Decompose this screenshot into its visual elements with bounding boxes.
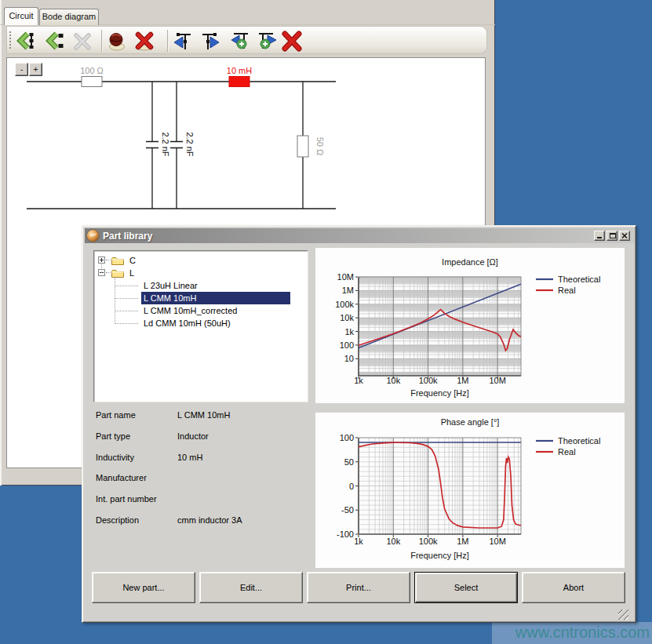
- svg-text:1k: 1k: [344, 327, 354, 337]
- add-probe-right-icon[interactable]: [257, 30, 278, 52]
- detail-value-part-name: L CMM 10mH: [177, 410, 230, 420]
- main-window-left-edge: [0, 0, 2, 486]
- svg-text:Theoretical: Theoretical: [558, 436, 600, 446]
- detail-value-part-type: Inductor: [177, 431, 209, 441]
- detail-value-description: cmm inductor 3A: [177, 515, 242, 525]
- dialog-titlebar[interactable]: Part library: [85, 228, 635, 243]
- tree-item[interactable]: L CMM 10mH_corrected: [144, 306, 237, 315]
- tree-connector: [101, 264, 102, 273]
- svg-text:10M: 10M: [489, 537, 505, 546]
- assign-part-left-icon[interactable]: [46, 30, 66, 52]
- svg-text:0: 0: [349, 482, 354, 491]
- inductor-10mh-label: 10 mH: [227, 66, 252, 75]
- part-library-dialog: Part library C L L 23uH Linear L CMM 10m…: [82, 225, 636, 623]
- svg-text:10M: 10M: [489, 376, 505, 385]
- svg-text:Real: Real: [558, 447, 576, 457]
- close-button[interactable]: [619, 231, 630, 241]
- svg-text:Frequency [Hz]: Frequency [Hz]: [410, 388, 469, 398]
- probe-left-icon[interactable]: [172, 30, 192, 52]
- add-probe-left-icon[interactable]: [229, 30, 250, 52]
- svg-text:10k: 10k: [340, 313, 354, 322]
- delete-core-part-icon[interactable]: [134, 30, 155, 52]
- toolbar-separator-2: [167, 30, 168, 52]
- delete-part-icon[interactable]: [282, 30, 302, 52]
- svg-text:1M: 1M: [342, 286, 354, 295]
- svg-text:10k: 10k: [386, 376, 400, 385]
- cap1-label: 2.2 nF: [161, 132, 170, 156]
- tab-circuit[interactable]: Circuit: [4, 7, 38, 25]
- svg-text:100: 100: [340, 433, 354, 442]
- maximize-button[interactable]: [606, 231, 617, 241]
- tree-item[interactable]: L 23uH Linear: [144, 281, 198, 290]
- minimize-button[interactable]: [594, 231, 605, 241]
- edit-button[interactable]: Edit...: [199, 572, 303, 603]
- tree-connector: [115, 311, 138, 311]
- part-tree: C L L 23uH Linear L CMM 10mH L CMM 10mH_…: [93, 250, 308, 402]
- svg-text:100k: 100k: [419, 537, 438, 546]
- svg-text:1k: 1k: [354, 537, 363, 546]
- svg-text:Impedance [Ω]: Impedance [Ω]: [442, 257, 498, 267]
- svg-text:1M: 1M: [457, 376, 468, 385]
- tree-item[interactable]: Ld CMM 10mH (50uH): [144, 318, 231, 328]
- tree-connector: [115, 323, 138, 324]
- disabled-cross-icon[interactable]: [72, 30, 93, 52]
- tab-bode-diagram[interactable]: Bode diagram: [39, 9, 99, 25]
- tree-expand-c[interactable]: [98, 257, 105, 264]
- svg-text:-100: -100: [337, 529, 354, 539]
- resistor-100ohm[interactable]: [82, 77, 102, 87]
- detail-label-description: Description: [96, 515, 139, 525]
- svg-text:10: 10: [344, 354, 354, 363]
- dialog-title: Part library: [103, 231, 152, 242]
- resistor-50ohm-label: 50 Ω: [315, 137, 325, 156]
- toolbar-separator-1: [101, 30, 102, 52]
- detail-label-part-name: Part name: [96, 410, 136, 420]
- print-button[interactable]: Print...: [307, 572, 410, 603]
- resize-grip[interactable]: [618, 609, 628, 620]
- svg-text:-50: -50: [341, 505, 354, 515]
- tree-connector: [115, 286, 138, 286]
- watermark-text: www.cntronics.com: [492, 622, 652, 644]
- svg-text:10k: 10k: [386, 537, 400, 546]
- svg-text:50: 50: [344, 457, 354, 467]
- svg-text:1k: 1k: [354, 376, 363, 385]
- tree-item-c[interactable]: C: [129, 256, 136, 265]
- core-part-icon[interactable]: [107, 30, 127, 52]
- select-button[interactable]: Select: [414, 572, 518, 603]
- svg-text:100k: 100k: [419, 376, 438, 385]
- svg-text:100k: 100k: [335, 300, 354, 309]
- detail-label-part-type: Part type: [96, 431, 130, 441]
- detail-label-manufacturer: Manufacturer: [96, 473, 147, 482]
- watermark-band: www.cntronics.com: [492, 622, 652, 644]
- detail-label-int-part-number: Int. part number: [96, 494, 157, 504]
- svg-text:100: 100: [340, 340, 354, 350]
- tree-item-l[interactable]: L: [129, 268, 134, 278]
- toolbar: [6, 26, 487, 54]
- phase-chart: 100500-50-1001k10k100k1M10MTheoreticalRe…: [315, 413, 625, 568]
- folder-icon-l: [111, 267, 125, 282]
- detail-label-inductivity: Inductivity: [96, 453, 134, 462]
- new-part-button[interactable]: New part...: [92, 572, 195, 603]
- tree-item-selected[interactable]: L CMM 10mH: [141, 292, 290, 304]
- detail-value-inductivity: 10 mH: [177, 453, 202, 462]
- probe-right-icon[interactable]: [201, 30, 221, 52]
- svg-text:1M: 1M: [457, 537, 468, 546]
- resistor-50ohm[interactable]: [297, 136, 308, 157]
- insert-part-left-icon[interactable]: [16, 30, 37, 52]
- tree-connector: [115, 277, 115, 324]
- toolbar-grip[interactable]: [9, 31, 11, 50]
- svg-text:Frequency [Hz]: Frequency [Hz]: [410, 551, 469, 560]
- abort-button[interactable]: Abort: [522, 572, 625, 603]
- svg-text:Phase angle [°]: Phase angle [°]: [441, 417, 500, 427]
- svg-text:Theoretical: Theoretical: [558, 275, 600, 284]
- part-library-icon: [87, 230, 99, 242]
- cap2-label: 2.2 nF: [185, 132, 195, 156]
- svg-text:Real: Real: [558, 286, 576, 295]
- tree-connector: [115, 298, 138, 299]
- inductor-10mh[interactable]: [229, 77, 250, 87]
- impedance-chart: 10M1M100k10k1k100101k10k100k1M10MTheoret…: [315, 248, 625, 403]
- svg-text:10M: 10M: [337, 272, 354, 282]
- resistor-100ohm-label: 100 Ω: [80, 66, 104, 75]
